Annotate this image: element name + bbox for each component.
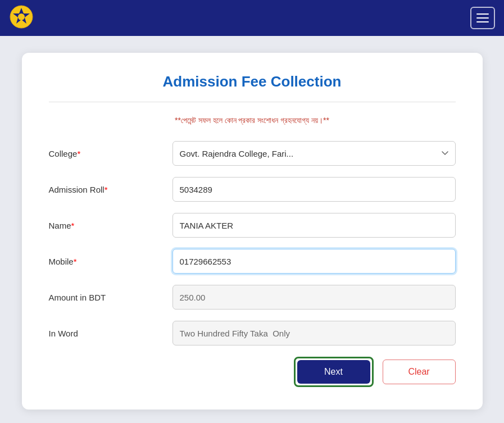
college-label: College* [49,149,172,158]
hamburger-line-3 [476,21,489,22]
svg-point-2 [18,13,25,20]
mobile-row: Mobile* [49,249,456,274]
amount-row: Amount in BDT [49,285,456,310]
page-title: Admission Fee Collection [49,73,456,90]
next-button[interactable]: Next [297,360,370,384]
app-header [0,0,504,36]
admission-roll-label: Admission Roll* [49,185,172,194]
hamburger-line-1 [476,13,489,15]
in-word-label: In Word [49,329,172,338]
hamburger-line-2 [476,17,489,19]
in-word-row: In Word [49,321,456,345]
college-select[interactable]: Govt. Rajendra College, Fari... [172,141,456,166]
bank-logo [9,4,34,29]
name-required: * [71,221,75,230]
mobile-input[interactable] [172,249,456,274]
next-btn-wrapper: Next [294,357,374,387]
name-input[interactable] [172,213,456,238]
form-buttons: Next Clear [49,357,456,387]
admission-roll-input[interactable] [172,177,456,202]
name-row: Name* [49,213,456,238]
amount-input [172,285,456,310]
college-row: College* Govt. Rajendra College, Fari... [49,141,456,166]
name-label: Name* [49,221,172,230]
logo-container [9,4,34,31]
menu-button[interactable] [470,7,495,29]
roll-required: * [105,185,108,194]
mobile-label: Mobile* [49,257,172,266]
admission-roll-row: Admission Roll* [49,177,456,202]
main-content: Admission Fee Collection **পেমেন্ট সফল হ… [0,36,504,423]
amount-label: Amount in BDT [49,293,172,302]
mobile-required: * [74,257,77,266]
warning-message: **পেমেন্ট সফল হলে কোন প্রকার সংশোধন গ্রহ… [49,116,456,125]
title-divider [49,102,456,102]
in-word-input [172,321,456,345]
clear-button[interactable]: Clear [383,360,456,384]
college-required: * [77,149,80,158]
form-card: Admission Fee Collection **পেমেন্ট সফল হ… [22,53,483,410]
